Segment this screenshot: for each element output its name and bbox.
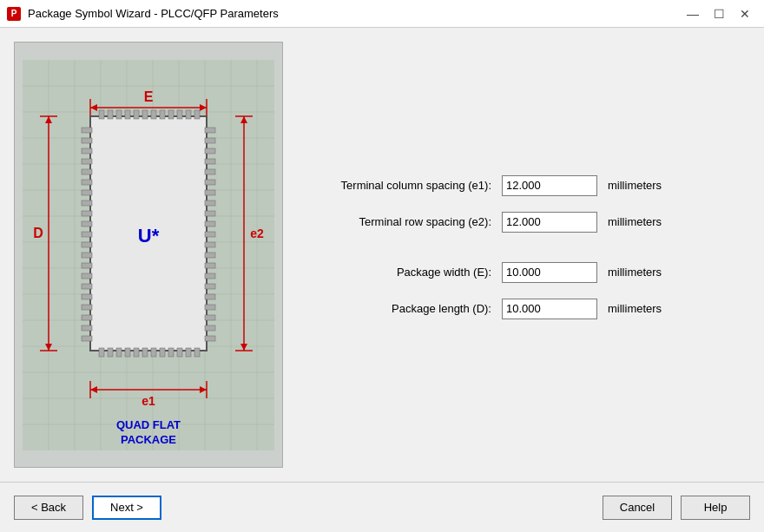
svg-rect-95 [205, 325, 215, 331]
svg-rect-63 [82, 211, 92, 216]
svg-rect-71 [82, 294, 92, 299]
svg-rect-38 [160, 110, 165, 119]
svg-rect-42 [194, 110, 200, 119]
bottom-bar: < Back Next > Cancel Help [0, 482, 764, 532]
svg-text:PACKAGE: PACKAGE [121, 433, 176, 446]
svg-rect-86 [205, 232, 215, 237]
svg-rect-48 [142, 348, 148, 357]
svg-rect-85 [205, 221, 215, 227]
svg-rect-61 [82, 190, 92, 195]
svg-rect-58 [82, 159, 92, 164]
main-content: E [0, 28, 764, 482]
svg-rect-72 [82, 305, 92, 310]
package-width-row: Package width (E): millimeters [300, 262, 750, 283]
svg-rect-74 [82, 325, 92, 331]
svg-rect-34 [125, 110, 130, 119]
svg-rect-88 [205, 253, 215, 258]
window-title: Package Symbol Wizard - PLCC/QFP Paramet… [28, 7, 279, 20]
svg-rect-40 [177, 110, 182, 119]
package-width-unit: millimeters [608, 266, 662, 279]
svg-rect-70 [82, 284, 92, 289]
svg-rect-35 [134, 110, 139, 119]
minimize-button[interactable]: — [681, 4, 705, 23]
terminal-row-row: Terminal row spacing (e2): millimeters [300, 212, 750, 233]
terminal-col-row: Terminal column spacing (e1): millimeter… [300, 175, 750, 196]
title-bar: P Package Symbol Wizard - PLCC/QFP Param… [0, 0, 764, 28]
svg-rect-33 [116, 110, 122, 119]
svg-rect-47 [134, 348, 139, 357]
svg-rect-66 [82, 242, 92, 247]
svg-rect-50 [160, 348, 165, 357]
svg-rect-52 [177, 348, 182, 357]
svg-text:E: E [144, 89, 154, 104]
svg-rect-62 [82, 200, 92, 206]
app-icon: P [7, 7, 21, 21]
terminal-col-unit: millimeters [608, 179, 662, 192]
svg-text:D: D [33, 226, 43, 240]
svg-rect-31 [99, 110, 104, 119]
window-controls: — ☐ ✕ [681, 4, 757, 23]
svg-rect-43 [99, 348, 104, 357]
svg-rect-56 [82, 138, 92, 143]
cancel-button[interactable]: Cancel [603, 496, 672, 520]
svg-rect-37 [151, 110, 156, 119]
svg-rect-89 [205, 263, 215, 268]
help-button[interactable]: Help [681, 496, 750, 520]
package-diagram: E [23, 60, 274, 450]
svg-rect-78 [205, 148, 215, 154]
svg-rect-36 [142, 110, 148, 119]
close-button[interactable]: ✕ [733, 4, 757, 23]
svg-rect-54 [194, 348, 200, 357]
svg-rect-49 [151, 348, 156, 357]
svg-rect-75 [82, 336, 92, 341]
svg-rect-96 [205, 336, 215, 341]
diagram-panel: E [14, 42, 283, 468]
package-width-input[interactable] [502, 262, 597, 283]
svg-rect-57 [82, 148, 92, 154]
svg-rect-80 [205, 169, 215, 174]
terminal-col-input[interactable] [502, 175, 597, 196]
svg-text:QUAD FLAT: QUAD FLAT [116, 418, 181, 431]
svg-rect-90 [205, 273, 215, 279]
svg-rect-55 [82, 128, 92, 133]
svg-rect-39 [168, 110, 174, 119]
svg-rect-53 [186, 348, 191, 357]
svg-rect-91 [205, 284, 215, 289]
svg-rect-82 [205, 190, 215, 195]
svg-rect-64 [82, 221, 92, 227]
svg-rect-76 [205, 128, 215, 133]
maximize-button[interactable]: ☐ [707, 4, 731, 23]
package-length-input[interactable] [502, 299, 597, 319]
terminal-row-input[interactable] [502, 212, 597, 233]
terminal-row-unit: millimeters [608, 215, 662, 228]
package-length-unit: millimeters [608, 302, 662, 315]
package-length-row: Package length (D): millimeters [300, 299, 750, 319]
next-button[interactable]: Next > [92, 496, 161, 520]
svg-rect-69 [82, 273, 92, 279]
svg-rect-45 [116, 348, 122, 357]
svg-rect-87 [205, 242, 215, 247]
svg-rect-92 [205, 294, 215, 299]
svg-rect-51 [168, 348, 174, 357]
svg-rect-81 [205, 180, 215, 185]
svg-rect-60 [82, 180, 92, 185]
terminal-row-label: Terminal row spacing (e2): [300, 215, 491, 228]
params-panel: Terminal column spacing (e1): millimeter… [300, 42, 750, 468]
svg-rect-77 [205, 138, 215, 143]
package-width-label: Package width (E): [300, 266, 491, 279]
svg-text:e2: e2 [250, 227, 264, 240]
terminal-col-label: Terminal column spacing (e1): [300, 179, 491, 192]
svg-rect-83 [205, 200, 215, 206]
svg-rect-84 [205, 211, 215, 216]
svg-rect-79 [205, 159, 215, 164]
svg-rect-65 [82, 232, 92, 237]
svg-rect-59 [82, 169, 92, 174]
svg-rect-44 [108, 348, 113, 357]
svg-rect-68 [82, 263, 92, 268]
svg-rect-32 [108, 110, 113, 119]
svg-text:e1: e1 [142, 394, 155, 408]
back-button[interactable]: < Back [14, 496, 83, 520]
svg-rect-67 [82, 253, 92, 258]
package-length-label: Package length (D): [300, 302, 491, 315]
svg-rect-94 [205, 315, 215, 320]
